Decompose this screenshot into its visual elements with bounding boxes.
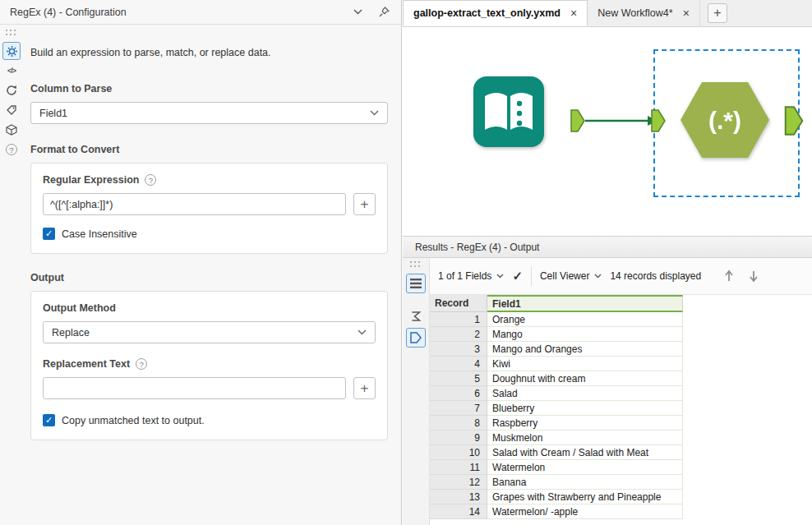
field1-value-cell[interactable]: Orange bbox=[487, 312, 683, 327]
pin-icon bbox=[379, 7, 390, 17]
configuration-tab-button[interactable] bbox=[2, 42, 21, 60]
annotation-tab-button[interactable]: </> bbox=[2, 62, 21, 80]
record-column-header[interactable]: Record bbox=[430, 295, 487, 312]
tab-workflow-new4[interactable]: New Workflow4* × bbox=[588, 0, 700, 26]
format-to-convert-label: Format to Convert bbox=[30, 144, 388, 155]
table-row[interactable]: 13Grapes with Strawberry and Pineapple bbox=[430, 490, 812, 504]
chevron-down-icon bbox=[370, 110, 379, 116]
help-icon[interactable]: ? bbox=[136, 358, 147, 370]
replacement-text-input[interactable] bbox=[43, 377, 346, 399]
toolbar-separator bbox=[531, 266, 532, 286]
regex-tool-glyph: (.*) bbox=[708, 107, 741, 134]
refresh-tab-button[interactable] bbox=[2, 81, 21, 99]
records-count: 14 records displayed bbox=[610, 270, 701, 282]
pin-panel-button[interactable] bbox=[376, 5, 391, 20]
regex-tool-input-anchor-icon[interactable] bbox=[651, 109, 666, 132]
add-replacement-button[interactable]: + bbox=[353, 377, 376, 399]
drag-handle-icon[interactable] bbox=[410, 261, 422, 269]
field1-value-cell[interactable]: Mango bbox=[487, 327, 683, 342]
field1-value-cell[interactable]: Doughnut with cream bbox=[487, 371, 683, 386]
output-group: Output Method Replace Replacement Text ?… bbox=[30, 291, 388, 440]
record-number-cell: 13 bbox=[430, 490, 487, 504]
field1-value-cell[interactable]: Salad bbox=[487, 386, 683, 401]
table-row[interactable]: 6Salad bbox=[430, 386, 812, 401]
table-row[interactable]: 2Mango bbox=[430, 327, 812, 342]
field1-value-cell[interactable]: Muskmelon bbox=[487, 431, 683, 445]
regex-tool[interactable]: (.*) bbox=[679, 81, 771, 162]
collapse-panel-button[interactable] bbox=[350, 5, 365, 20]
field1-value-cell[interactable]: Mango and Oranges bbox=[487, 342, 683, 357]
field1-value-cell[interactable]: Banana bbox=[487, 475, 683, 490]
tab-label: New Workflow4* bbox=[597, 7, 672, 19]
field1-column-header[interactable]: Field1 bbox=[487, 295, 683, 312]
regex-input[interactable] bbox=[43, 193, 346, 215]
workflow-tab-bar: gallop-extract_text_only.yxmd × New Work… bbox=[403, 0, 812, 27]
cell-viewer-dropdown[interactable]: Cell Viewer bbox=[540, 270, 602, 282]
table-row[interactable]: 7Blueberry bbox=[430, 401, 812, 416]
alteryx-designer-window: RegEx (4) - Configuration </> bbox=[0, 0, 812, 525]
table-row[interactable]: 9Muskmelon bbox=[430, 431, 812, 445]
copy-unmatched-checkbox[interactable]: ✓ bbox=[43, 414, 55, 426]
table-row[interactable]: 8Raspberry bbox=[430, 416, 812, 431]
results-table-body: 1Orange2Mango3Mango and Oranges4Kiwi5Dou… bbox=[430, 312, 812, 519]
book-icon bbox=[473, 76, 544, 147]
output-section-label: Output bbox=[30, 272, 388, 283]
results-panel: Results - RegEx (4) - Output 1 of 1 Fie bbox=[403, 236, 812, 525]
results-main: 1 of 1 Fields ✓ Cell Viewer 14 records d… bbox=[430, 258, 812, 525]
sigma-icon bbox=[410, 311, 422, 322]
results-header: Results - RegEx (4) - Output bbox=[403, 237, 812, 258]
close-icon[interactable]: × bbox=[570, 7, 577, 20]
tab-workflow-gallop[interactable]: gallop-extract_text_only.yxmd × bbox=[403, 0, 588, 26]
help-tab-button[interactable]: ? bbox=[2, 140, 21, 159]
new-workflow-button[interactable]: + bbox=[708, 3, 727, 23]
record-number-cell: 9 bbox=[430, 431, 487, 445]
close-icon[interactable]: × bbox=[683, 7, 690, 20]
table-row[interactable]: 1Orange bbox=[430, 312, 812, 327]
column-to-parse-dropdown[interactable]: Field1 bbox=[30, 102, 388, 124]
table-view-button[interactable] bbox=[406, 274, 426, 293]
chevron-down-icon bbox=[496, 274, 504, 279]
record-number-cell: 5 bbox=[430, 371, 487, 386]
connector-line[interactable] bbox=[584, 113, 659, 129]
field1-value-cell[interactable]: Salad with Cream / Salad with Meat bbox=[487, 445, 683, 460]
fields-summary: 1 of 1 Fields bbox=[438, 270, 491, 282]
table-row[interactable]: 14Watermelon/ -apple bbox=[430, 504, 812, 519]
drag-handle-icon[interactable] bbox=[6, 30, 18, 38]
output-method-label: Output Method bbox=[43, 302, 116, 314]
fields-dropdown[interactable]: 1 of 1 Fields bbox=[438, 270, 504, 282]
prev-record-button[interactable] bbox=[721, 268, 737, 284]
anchor-view-button[interactable] bbox=[406, 328, 426, 348]
record-number-cell: 3 bbox=[430, 342, 487, 357]
table-row[interactable]: 5Doughnut with cream bbox=[430, 371, 812, 386]
replacement-text-label: Replacement Text bbox=[43, 358, 130, 370]
chevron-down-icon bbox=[594, 274, 602, 279]
table-row[interactable]: 11Watermelon bbox=[430, 460, 812, 475]
field1-value-cell[interactable]: Watermelon bbox=[487, 460, 683, 475]
field1-value-cell[interactable]: Grapes with Strawberry and Pineapple bbox=[487, 490, 683, 504]
chevron-down-icon bbox=[358, 329, 367, 335]
next-record-button[interactable] bbox=[745, 268, 762, 284]
column-to-parse-label: Column to Parse bbox=[30, 83, 388, 94]
apply-check-icon[interactable]: ✓ bbox=[512, 269, 523, 283]
regex-tool-output-anchor-icon[interactable] bbox=[784, 106, 804, 136]
input-data-tool[interactable] bbox=[473, 76, 544, 150]
results-table-header: Record Field1 bbox=[430, 295, 812, 312]
workflow-canvas[interactable]: (.*) bbox=[403, 27, 812, 236]
help-icon[interactable]: ? bbox=[145, 174, 156, 186]
table-row[interactable]: 12Banana bbox=[430, 475, 812, 490]
table-row[interactable]: 10Salad with Cream / Salad with Meat bbox=[430, 445, 812, 460]
case-insensitive-checkbox[interactable]: ✓ bbox=[43, 228, 55, 240]
field1-value-cell[interactable]: Watermelon/ -apple bbox=[487, 504, 683, 519]
copy-unmatched-label: Copy unmatched text to output. bbox=[62, 415, 205, 426]
metadata-view-button[interactable] bbox=[406, 306, 426, 326]
table-row[interactable]: 3Mango and Oranges bbox=[430, 342, 812, 357]
field1-value-cell[interactable]: Raspberry bbox=[487, 416, 683, 431]
field1-value-cell[interactable]: Blueberry bbox=[487, 401, 683, 416]
output-method-dropdown[interactable]: Replace bbox=[43, 321, 376, 343]
table-row[interactable]: 4Kiwi bbox=[430, 357, 812, 371]
tag-tab-button[interactable] bbox=[2, 101, 21, 119]
field1-value-cell[interactable]: Kiwi bbox=[487, 357, 683, 371]
arrow-down-icon bbox=[748, 269, 759, 283]
package-tab-button[interactable] bbox=[2, 121, 21, 139]
add-regex-button[interactable]: + bbox=[353, 193, 376, 215]
